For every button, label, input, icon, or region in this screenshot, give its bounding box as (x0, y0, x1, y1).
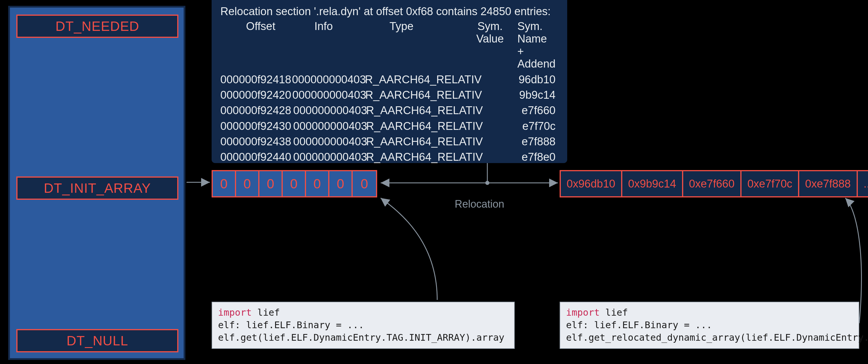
dt-init-array-entry: DT_INIT_ARRAY (16, 176, 178, 200)
code-line: elf: lief.ELF.Binary = ... (566, 319, 853, 331)
col-offset: Offset (220, 20, 289, 70)
zero-cell: 0 (353, 171, 376, 196)
zero-cell: 0 (213, 171, 236, 196)
reloc-row: 000000f92420000000000403R_AARCH64_RELATI… (220, 87, 558, 103)
col-type: Type (358, 20, 463, 70)
hex-array: 0x96db100x9b9c140xe7f6600xe7f70c0xe7f888… (560, 170, 868, 197)
dt-null-entry: DT_NULL (16, 329, 178, 352)
hex-cell: 0xe7f888 (799, 171, 858, 196)
code-text: lief (600, 307, 628, 318)
relocation-label: Relocation (455, 198, 504, 210)
reloc-row: 000000f92438000000000403R_AARCH64_RELATI… (220, 134, 558, 150)
dt-needed-entry: DT_NEEDED (16, 14, 178, 38)
code-left: import lief elf: lief.ELF.Binary = ... e… (212, 302, 515, 349)
zero-cell: 0 (259, 171, 283, 196)
hex-cell: 0x9b9c14 (622, 171, 683, 196)
col-value: Sym. Value (463, 20, 517, 70)
code-line: elf.get_relocated_dynamic_array(lief.ELF… (566, 331, 853, 344)
dynamic-table: DT_NEEDED DT_INIT_ARRAY DT_NULL (8, 6, 185, 360)
hex-cell: 0xe7f660 (683, 171, 742, 196)
reloc-row: 000000f92430000000000403R_AARCH64_RELATI… (220, 119, 558, 134)
svg-point-4 (485, 181, 489, 185)
code-line: elf.get(lief.ELF.DynamicEntry.TAG.INIT_A… (218, 331, 508, 344)
hex-cell: 0x96db10 (561, 171, 622, 196)
zero-array: 0000000 (212, 170, 377, 197)
reloc-row: 000000f92428000000000403R_AARCH64_RELATI… (220, 103, 558, 118)
relocation-dump: Relocation section '.rela.dyn' at offset… (212, 0, 567, 163)
code-right: import lief elf: lief.ELF.Binary = ... e… (560, 302, 859, 349)
kw-import: import (566, 307, 600, 318)
hex-cell: 0xe7f70c (742, 171, 799, 196)
reloc-header-row: Offset Info Type Sym. Value Sym. Name + … (220, 20, 558, 70)
zero-cell: 0 (236, 171, 259, 196)
reloc-row: 000000f92440000000000403R_AARCH64_RELATI… (220, 150, 558, 165)
code-text: lief (252, 307, 280, 318)
col-name: Sym. Name + Addend (517, 20, 558, 70)
col-info: Info (289, 20, 358, 70)
zero-cell: 0 (283, 171, 306, 196)
kw-import: import (218, 307, 252, 318)
code-line: elf: lief.ELF.Binary = ... (218, 319, 508, 331)
zero-cell: 0 (329, 171, 353, 196)
hex-cell: ... (858, 171, 868, 196)
reloc-row: 000000f92418000000000403R_AARCH64_RELATI… (220, 72, 558, 87)
zero-cell: 0 (306, 171, 329, 196)
reloc-title: Relocation section '.rela.dyn' at offset… (220, 5, 558, 18)
